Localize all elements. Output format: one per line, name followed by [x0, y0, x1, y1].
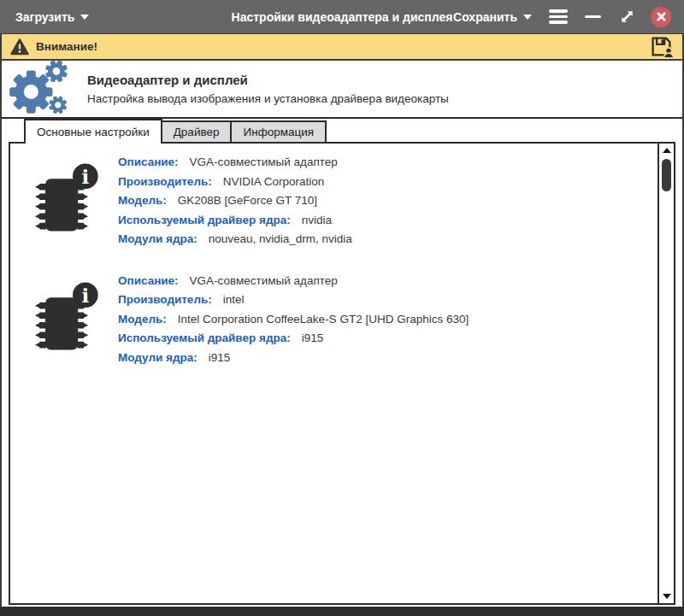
warning-text: Внимание! [36, 40, 97, 53]
scroll-down-button[interactable] [659, 590, 674, 603]
caret-down-icon [523, 15, 532, 20]
triangle-up-icon [663, 148, 671, 153]
adapter-fields: Описание: VGA-совместимый адаптер Произв… [118, 154, 652, 252]
field-kernel-modules: Модули ядра: i915 [118, 351, 652, 364]
save-button[interactable]: Сохранить [448, 7, 537, 27]
caret-down-icon [80, 15, 89, 20]
tab-basic-settings[interactable]: Основные настройки [24, 119, 162, 144]
info-badge-icon[interactable]: i [73, 164, 98, 190]
warning-triangle-icon [10, 38, 29, 56]
menu-button[interactable] [545, 4, 571, 30]
expand-icon [619, 9, 635, 25]
info-badge-icon[interactable]: i [73, 282, 98, 308]
expand-button[interactable] [614, 4, 640, 30]
tab-bar: Основные настройки Драйвер Информация [24, 119, 682, 144]
field-kernel-driver: Используемый драйвер ядра: i915 [118, 331, 652, 344]
field-vendor: Производитель: intel [118, 293, 652, 306]
adapter-fields: Описание: VGA-совместимый адаптер Произв… [118, 273, 652, 371]
svg-text:i: i [81, 165, 89, 188]
adapter-icon: i [26, 273, 118, 363]
tab-information[interactable]: Информация [230, 120, 327, 144]
window-bottom-edge [0, 607, 684, 616]
app-window: Загрузить Настройки видеоадаптера и дисп… [0, 0, 684, 616]
close-icon [651, 7, 671, 27]
adapter-entry-intel: i Описание: VGA-совместимый адаптер Прои… [26, 273, 652, 371]
vertical-scrollbar[interactable] [657, 144, 674, 603]
scrollbar-thumb[interactable] [662, 159, 671, 191]
field-model: Модель: Intel Corporation CoffeeLake-S G… [118, 313, 652, 326]
tab-driver[interactable]: Драйвер [161, 120, 233, 144]
minimize-icon [585, 15, 601, 19]
close-button[interactable] [648, 4, 674, 30]
svg-text:i: i [81, 283, 89, 306]
warning-bar: Внимание! [2, 34, 682, 61]
save-floppy-icon[interactable] [649, 35, 674, 58]
titlebar-actions: Сохранить [448, 4, 674, 30]
field-kernel-driver: Используемый драйвер ядра: nvidia [118, 214, 652, 226]
load-button[interactable]: Загрузить [10, 7, 94, 27]
hamburger-icon [549, 9, 568, 24]
window-body: Внимание! [0, 34, 684, 607]
load-button-label: Загрузить [15, 10, 74, 24]
page-title: Видеоадаптер и дисплей [87, 73, 449, 87]
minimize-button[interactable] [580, 4, 605, 30]
adapter-entry-nvidia: i Описание: VGA-совместимый адаптер Прои… [26, 154, 652, 252]
adapter-icon: i [26, 154, 118, 244]
triangle-down-icon [663, 594, 671, 599]
adapter-list: i Описание: VGA-совместимый адаптер Прои… [10, 144, 657, 603]
page-subtitle: Настройка вывода изображения и установка… [87, 92, 449, 105]
tab-content-panel: i Описание: VGA-совместимый адаптер Прои… [9, 142, 675, 605]
field-description: Описание: VGA-совместимый адаптер [118, 274, 652, 287]
save-button-label: Сохранить [453, 10, 517, 24]
field-kernel-modules: Модули ядра: nouveau, nvidia_drm, nvidia [118, 232, 652, 245]
gears-icon [7, 59, 75, 119]
titlebar: Загрузить Настройки видеоадаптера и дисп… [0, 0, 684, 34]
field-vendor: Производитель: NVIDIA Corporation [118, 175, 652, 188]
field-model: Модель: GK208B [GeForce GT 710] [118, 194, 652, 207]
scroll-up-button[interactable] [659, 144, 674, 157]
field-description: Описание: VGA-совместимый адаптер [118, 155, 652, 168]
page-header: Видеоадаптер и дисплей Настройка вывода … [2, 61, 682, 119]
header-texts: Видеоадаптер и дисплей Настройка вывода … [87, 73, 449, 105]
